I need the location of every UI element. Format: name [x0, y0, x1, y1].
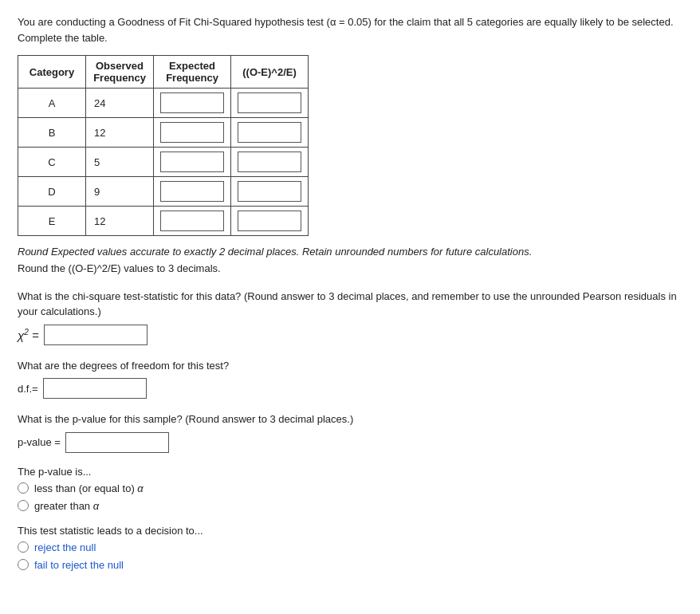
table-row: A24 — [18, 89, 309, 118]
expected-cell[interactable] — [154, 177, 231, 207]
formula-cell[interactable] — [231, 207, 309, 236]
formula-cell[interactable] — [231, 148, 309, 177]
pvalue-less-radio[interactable] — [18, 482, 29, 494]
observed-cell: 9 — [86, 177, 154, 207]
pvalue-label: p-value = — [18, 436, 61, 448]
chi-stat-question: What is the chi-square test-statistic fo… — [18, 289, 682, 320]
fail-reject-label: fail to reject the null — [34, 559, 124, 571]
col-header-category: Category — [18, 56, 86, 89]
col-header-formula: ((O-E)^2/E) — [231, 56, 309, 89]
expected-input-c[interactable] — [160, 152, 224, 172]
expected-input-a[interactable] — [160, 92, 224, 113]
data-table: Category ObservedFrequency ExpectedFrequ… — [18, 55, 309, 236]
table-row: E12 — [18, 207, 309, 236]
observed-cell: 12 — [86, 207, 154, 236]
formula-input-b[interactable] — [238, 122, 301, 143]
formula-input-a[interactable] — [238, 92, 301, 113]
decision-title: This test statistic leads to a decision … — [18, 525, 682, 537]
pvalue-compare-block: The p-value is... less than (or equal to… — [18, 466, 682, 512]
pvalue-greater-option[interactable]: greater than α — [18, 500, 682, 512]
pvalue-input[interactable] — [65, 432, 169, 453]
pvalue-compare-radio-group: less than (or equal to) α greater than α — [18, 482, 682, 512]
pvalue-compare-title: The p-value is... — [18, 466, 682, 478]
observed-cell: 5 — [86, 148, 154, 177]
formula-input-d[interactable] — [238, 181, 301, 202]
pvalue-less-option[interactable]: less than (or equal to) α — [18, 482, 682, 494]
reject-null-radio[interactable] — [18, 541, 29, 553]
table-row: C5 — [18, 148, 309, 177]
col-header-observed: ObservedFrequency — [86, 56, 154, 89]
expected-cell[interactable] — [154, 89, 231, 118]
reject-null-option[interactable]: reject the null — [18, 541, 682, 553]
expected-input-d[interactable] — [160, 181, 224, 202]
category-cell: C — [18, 148, 86, 177]
pvalue-less-label: less than (or equal to) α — [34, 482, 144, 494]
expected-input-b[interactable] — [160, 122, 224, 143]
reject-null-label: reject the null — [34, 541, 96, 553]
expected-cell[interactable] — [154, 148, 231, 177]
expected-cell[interactable] — [154, 118, 231, 148]
pvalue-question: What is the p-value for this sample? (Ro… — [18, 411, 682, 427]
intro-text: You are conducting a Goodness of Fit Chi… — [18, 14, 682, 45]
category-cell: B — [18, 118, 86, 148]
fail-reject-radio[interactable] — [18, 559, 29, 570]
pvalue-greater-radio[interactable] — [18, 500, 29, 511]
decision-block: This test statistic leads to a decision … — [18, 525, 682, 571]
expected-input-e[interactable] — [160, 211, 224, 231]
expected-cell[interactable] — [154, 207, 231, 236]
category-cell: D — [18, 177, 86, 207]
df-question: What are the degrees of freedom for this… — [18, 358, 682, 374]
formula-cell[interactable] — [231, 89, 309, 118]
chi-stat-block: What is the chi-square test-statistic fo… — [18, 289, 682, 345]
df-block: What are the degrees of freedom for this… — [18, 358, 682, 399]
observed-cell: 12 — [86, 118, 154, 148]
formula-input-e[interactable] — [238, 211, 301, 231]
formula-cell[interactable] — [231, 177, 309, 207]
category-cell: E — [18, 207, 86, 236]
formula-input-c[interactable] — [238, 152, 301, 172]
table-row: B12 — [18, 118, 309, 148]
chi-sq-label: χ2 = — [18, 328, 39, 342]
category-cell: A — [18, 89, 86, 118]
decision-radio-group: reject the null fail to reject the null — [18, 541, 682, 571]
df-input[interactable] — [43, 378, 147, 399]
formula-cell[interactable] — [231, 118, 309, 148]
fail-reject-option[interactable]: fail to reject the null — [18, 559, 682, 571]
note-text: Round Expected values accurate to exactl… — [18, 244, 682, 277]
table-row: D9 — [18, 177, 309, 207]
chi-stat-input[interactable] — [44, 325, 147, 345]
col-header-expected: ExpectedFrequency — [154, 56, 231, 89]
df-label: d.f.= — [18, 383, 38, 395]
pvalue-greater-label: greater than α — [34, 500, 99, 512]
observed-cell: 24 — [86, 89, 154, 118]
pvalue-block: What is the p-value for this sample? (Ro… — [18, 411, 682, 453]
